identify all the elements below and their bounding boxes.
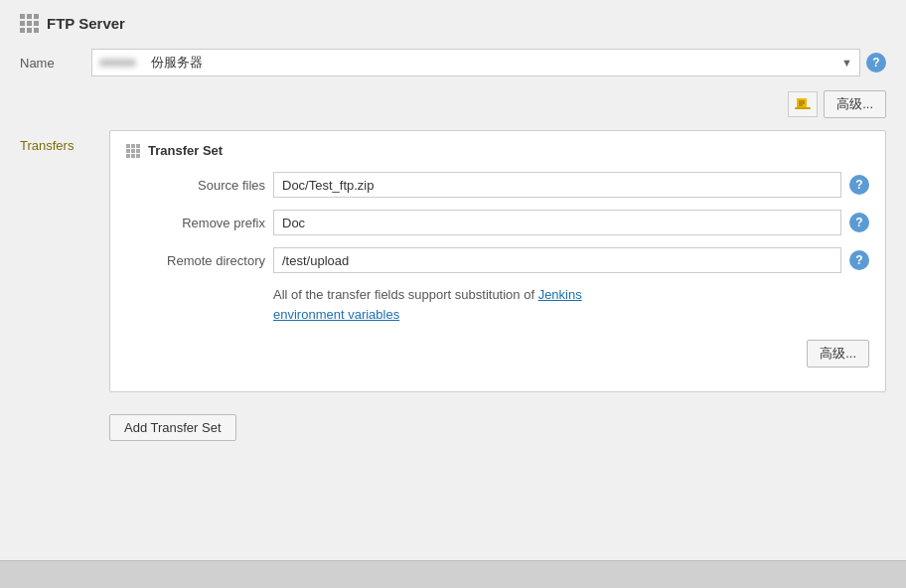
pencil-icon [795,97,811,111]
transfers-content: Transfer Set Source files ? Remove prefi… [109,130,886,441]
grid-icon [20,14,39,33]
remove-prefix-help-icon[interactable]: ? [849,213,869,232]
advanced-button[interactable]: 高级... [824,90,886,118]
inner-advanced-button[interactable]: 高级... [807,340,869,368]
remote-directory-help-icon[interactable]: ? [849,250,869,270]
remove-prefix-label: Remove prefix [126,216,265,230]
remote-directory-input[interactable] [273,247,841,273]
advanced-row: 高级... [20,90,886,118]
svg-rect-0 [795,107,811,109]
edit-icon-button[interactable] [788,91,818,117]
bottom-bar [0,560,906,588]
name-help-icon[interactable]: ? [866,53,886,73]
section-header: FTP Server [20,10,886,33]
remove-prefix-row: Remove prefix ? [126,210,869,235]
add-transfer-row: Add Transfer Set [109,402,886,441]
source-files-input[interactable] [273,172,841,198]
section-title: FTP Server [47,15,125,32]
hash-icon [126,144,140,158]
transfers-label: Transfers [20,130,109,441]
page-container: FTP Server Name ■■■■■ 份服务器 ▼ ? [0,0,906,588]
source-files-row: Source files ? [126,172,869,198]
name-label: Name [20,56,79,71]
source-files-help-icon[interactable]: ? [849,175,869,195]
transfer-set-header: Transfer Set [126,143,869,158]
remove-prefix-input[interactable] [273,210,841,235]
source-files-label: Source files [126,178,265,193]
transfers-section: Transfers Transfer Set Source files [20,130,886,441]
name-input[interactable] [91,49,860,76]
transfer-set-title: Transfer Set [148,143,223,158]
transfer-set-box: Transfer Set Source files ? Remove prefi… [109,130,886,392]
remote-directory-label: Remote directory [126,253,265,268]
info-text: All of the transfer fields support subst… [273,285,582,324]
info-text-row: All of the transfer fields support subst… [126,285,869,324]
remote-directory-row: Remote directory ? [126,247,869,273]
inner-advanced-row: 高级... [126,340,869,368]
name-input-wrapper: ■■■■■ 份服务器 ▼ ? [91,49,886,76]
name-row: Name ■■■■■ 份服务器 ▼ ? [20,49,886,76]
info-text-prefix: All of the transfer fields support subst… [273,287,538,302]
add-transfer-button[interactable]: Add Transfer Set [109,414,236,441]
